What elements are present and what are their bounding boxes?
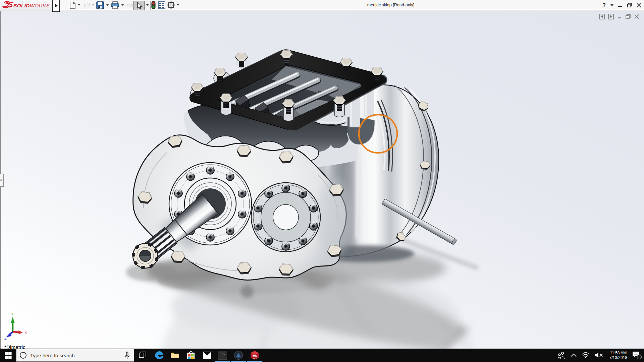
svg-text:SOLIDWORKS: SOLIDWORKS [13,3,50,8]
svg-text:C:\_: C:\_ [219,352,225,355]
svg-text:X: X [24,331,27,335]
svg-text:Z: Z [4,336,7,340]
svg-text:2017: 2017 [253,358,257,360]
svg-text:Y: Y [11,312,14,316]
svg-text:3: 3 [639,355,641,359]
